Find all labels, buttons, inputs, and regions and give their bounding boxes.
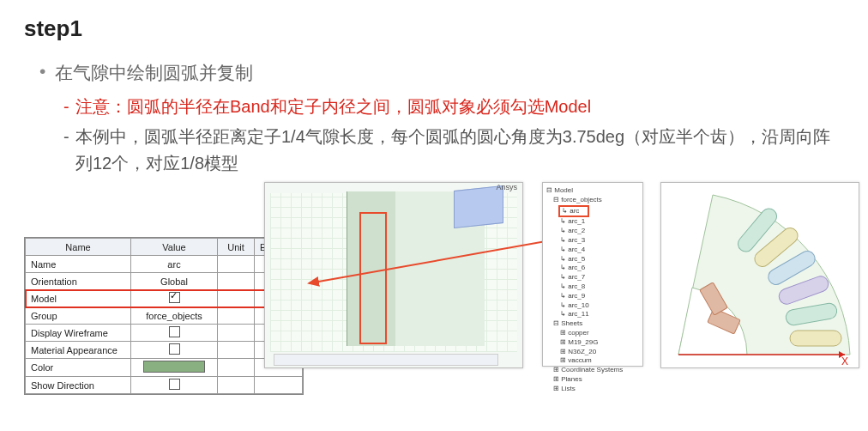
tree-arc-item[interactable]: ↳ arc_5	[546, 255, 639, 264]
props-cell-unit	[218, 377, 255, 394]
checkbox[interactable]	[169, 326, 180, 337]
props-row[interactable]: Namearc	[26, 256, 303, 273]
model-thumbnail: X	[660, 182, 859, 368]
props-cell-value[interactable]: force_objects	[131, 307, 218, 325]
props-cell-name: Material Appearance	[26, 342, 131, 359]
axis-x-label: X	[841, 355, 848, 367]
props-cell-name: Model	[26, 290, 131, 307]
props-row[interactable]: Model	[26, 290, 303, 307]
props-row[interactable]: Color	[26, 359, 303, 377]
checkbox[interactable]	[169, 343, 180, 355]
svg-rect-1	[790, 331, 841, 346]
tree-arc-item[interactable]: ↳ arc_9	[546, 292, 639, 301]
figure-area: Name Value Unit Evalua... NamearcOrienta…	[24, 182, 844, 381]
bullet-warning: 注意：圆弧的半径在Band和定子内径之间，圆弧对象必须勾选Model	[63, 94, 844, 120]
props-cell-unit	[218, 273, 255, 290]
ansys-badge: Ansys	[496, 183, 517, 191]
page-title: step1	[24, 15, 844, 42]
props-row[interactable]: OrientationGlobal	[26, 273, 303, 290]
tree-sheet-item[interactable]: ⊞ vaccum	[546, 356, 639, 366]
tree-sheet-item[interactable]: ⊞ M19_29G	[546, 338, 639, 348]
model-tree-panel: ⊟ Model ⊟ force_objects ↳ arc ↳ arc_1↳ a…	[542, 182, 643, 367]
tree-arc-item[interactable]: ↳ arc_8	[546, 282, 639, 292]
tree-arc-item[interactable]: ↳ arc_11	[546, 310, 639, 319]
props-cell-name: Color	[26, 359, 131, 377]
properties-panel: Name Value Unit Evalua... NamearcOrienta…	[24, 237, 304, 395]
props-cell-eval	[255, 377, 303, 394]
slot-region	[454, 185, 503, 228]
tree-arc-item[interactable]: ↳ arc_10	[546, 301, 639, 311]
props-cell-unit	[218, 359, 255, 377]
tree-sheets[interactable]: ⊟ Sheets	[546, 319, 639, 329]
props-cell-unit	[218, 290, 255, 307]
props-row[interactable]: Material Appearance	[26, 342, 303, 359]
props-cell-value[interactable]	[131, 290, 218, 307]
color-swatch[interactable]	[143, 361, 205, 373]
checkbox[interactable]	[169, 292, 180, 303]
props-cell-value[interactable]	[131, 359, 218, 377]
props-row[interactable]: Display Wireframe	[26, 325, 303, 342]
tree-extra-item[interactable]: ⊞ Planes	[546, 375, 639, 385]
props-cell-value[interactable]: arc	[131, 256, 218, 273]
props-header-row: Name Value Unit Evalua...	[26, 239, 303, 256]
props-cell-name: Display Wireframe	[26, 325, 131, 342]
props-cell-unit	[218, 256, 255, 273]
props-header-unit: Unit	[218, 239, 255, 256]
tree-extra-item[interactable]: ⊞ Lists	[546, 385, 639, 394]
tree-arc-item[interactable]: ↳ arc_3	[546, 236, 639, 246]
bullet-detail: 本例中，圆弧半径距离定子1/4气隙长度，每个圆弧的圆心角度为3.75deg（对应…	[63, 124, 844, 177]
props-cell-name: Show Direction	[26, 377, 131, 394]
props-row[interactable]: Show Direction	[26, 377, 303, 394]
tree-arc-item[interactable]: ↳ arc_7	[546, 273, 639, 282]
tree-group[interactable]: ⊟ force_objects	[546, 196, 639, 205]
checkbox[interactable]	[169, 379, 180, 390]
tree-arc-item[interactable]: ↳ arc_4	[546, 246, 639, 255]
props-row[interactable]: Groupforce_objects	[26, 307, 303, 325]
props-cell-value[interactable]	[131, 377, 218, 394]
props-header-name: Name	[26, 239, 131, 256]
props-cell-value[interactable]: Global	[131, 273, 218, 290]
props-cell-name: Name	[26, 256, 131, 273]
tree-arc-item[interactable]: ↳ arc_2	[546, 227, 639, 236]
props-cell-unit	[218, 307, 255, 325]
highlight-box-arc	[359, 212, 387, 344]
tree-root[interactable]: ⊟ Model	[546, 186, 639, 196]
props-cell-unit	[218, 325, 255, 342]
props-header-value: Value	[131, 239, 218, 256]
bullet-main-text: 在气隙中绘制圆弧并复制	[55, 63, 253, 82]
tree-extra-item[interactable]: ⊞ Coordinate Systems	[546, 366, 639, 375]
props-cell-value[interactable]	[131, 342, 218, 359]
props-cell-value[interactable]	[131, 325, 218, 342]
geometry-screenshot: Ansys	[264, 182, 523, 368]
tree-sheet-item[interactable]: ⊞ copper	[546, 329, 639, 338]
props-cell-unit	[218, 342, 255, 359]
tree-sheet-item[interactable]: ⊞ N36Z_20	[546, 348, 639, 357]
bullet-main: 在气隙中绘制圆弧并复制 注意：圆弧的半径在Band和定子内径之间，圆弧对象必须勾…	[39, 61, 844, 177]
props-cell-name: Orientation	[26, 273, 131, 290]
tree-arc-selected[interactable]: ↳ arc	[558, 205, 589, 218]
tree-arc-item[interactable]: ↳ arc_1	[546, 217, 639, 227]
view-toolbar	[274, 354, 498, 366]
tree-arc-item[interactable]: ↳ arc_6	[546, 264, 639, 273]
props-cell-name: Group	[26, 307, 131, 325]
